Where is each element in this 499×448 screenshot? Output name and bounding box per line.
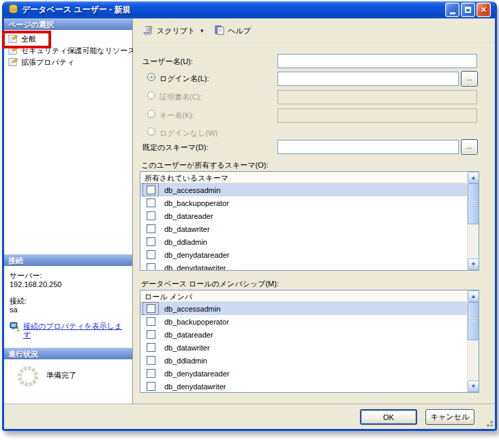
- database-icon: [8, 4, 18, 16]
- main-panel: スクリプト ▼ ヘルプ: [133, 18, 495, 404]
- scroll-up-icon[interactable]: ▲: [468, 172, 479, 183]
- role-membership-rows: db_accessadmin db_backupoperator db_data…: [140, 302, 467, 393]
- checkbox[interactable]: [147, 382, 155, 391]
- toolbar: スクリプト ▼ ヘルプ: [133, 18, 495, 44]
- list-item-label: db_denydatawriter: [158, 383, 226, 391]
- list-item-label: db_datawriter: [158, 225, 210, 233]
- maximize-button[interactable]: [461, 3, 475, 17]
- checkbox[interactable]: [147, 211, 155, 220]
- script-button[interactable]: スクリプト ▼: [140, 23, 209, 38]
- title-bar[interactable]: データベース ユーザー - 新規 ✕: [4, 1, 495, 18]
- checkbox[interactable]: [147, 330, 155, 339]
- scrollbar-thumb[interactable]: [468, 302, 479, 340]
- list-item[interactable]: db_ddladmin: [140, 235, 467, 248]
- key-name-radio: [147, 110, 155, 118]
- list-item-label: db_denydatawriter: [158, 264, 226, 271]
- user-name-label: ユーザー名(U):: [142, 57, 193, 67]
- list-item[interactable]: db_denydatareader: [140, 248, 467, 261]
- view-connection-properties-link[interactable]: 接続のプロパティを表示します: [23, 322, 128, 340]
- checkbox[interactable]: [147, 237, 155, 246]
- connection-section-header: 接続: [4, 254, 132, 266]
- checkbox[interactable]: [147, 250, 155, 259]
- ok-button[interactable]: OK: [360, 409, 417, 425]
- progress-section-header: 進行状況: [4, 348, 132, 359]
- certificate-input: [277, 90, 477, 104]
- list-item-label: db_denydatareader: [158, 370, 229, 378]
- checkbox[interactable]: [147, 263, 155, 271]
- list-item[interactable]: db_datawriter: [140, 341, 467, 354]
- checkbox[interactable]: [147, 224, 155, 233]
- checkbox[interactable]: [147, 356, 155, 365]
- default-schema-input[interactable]: [277, 140, 459, 154]
- default-schema-browse-button[interactable]: ...: [461, 139, 478, 155]
- owned-schemas-rows: db_accessadmin db_backupoperator db_data…: [140, 183, 467, 271]
- progress-area: 準備完了: [4, 359, 132, 404]
- dialog-window: データベース ユーザー - 新規 ✕ ページの選択: [2, 1, 497, 431]
- scrollbar-thumb[interactable]: [468, 183, 479, 224]
- list-item[interactable]: db_accessadmin: [140, 302, 467, 315]
- list-item[interactable]: db_backupoperator: [140, 315, 467, 328]
- scrollbar[interactable]: ▲ ▼: [467, 172, 479, 270]
- sidebar-item-extended-properties[interactable]: 拡張プロパティ: [6, 57, 130, 68]
- progress-status: 準備完了: [46, 366, 76, 380]
- sidebar-item-general[interactable]: 全般: [6, 33, 130, 45]
- owned-schemas-column-header: 所有されているスキーマ: [140, 172, 467, 183]
- sidebar-item-label: 全般: [21, 34, 36, 44]
- server-value: 192.168.20.250: [10, 280, 128, 289]
- list-item[interactable]: db_datawriter: [140, 222, 467, 235]
- sidebar-item-label: セキュリティ保護可能なリソース: [21, 46, 136, 56]
- list-item[interactable]: db_datareader: [140, 209, 467, 222]
- property-page-icon: [8, 46, 18, 57]
- list-item-label: db_ddladmin: [158, 357, 207, 365]
- cancel-button[interactable]: キャンセル: [425, 409, 474, 425]
- scroll-down-icon[interactable]: ▼: [468, 258, 479, 270]
- scrollbar[interactable]: ▲ ▼: [467, 290, 479, 392]
- list-item[interactable]: db_backupoperator: [140, 196, 467, 209]
- minimize-button[interactable]: [445, 3, 459, 17]
- screenshot-canvas: データベース ユーザー - 新規 ✕ ページの選択: [0, 0, 499, 448]
- list-item[interactable]: db_denydatawriter: [140, 380, 467, 393]
- script-icon: [142, 25, 154, 37]
- list-item[interactable]: db_denydatareader: [140, 367, 467, 380]
- checkbox[interactable]: [147, 317, 155, 326]
- checkbox[interactable]: [147, 369, 155, 378]
- login-name-radio[interactable]: [147, 73, 155, 81]
- pages-list: 全般 セキュリティ保護可能なリソース: [4, 30, 132, 254]
- list-item-label: db_denydatareader: [158, 251, 229, 259]
- without-login-label: ログインなし(W): [160, 128, 217, 138]
- help-button-label: ヘルプ: [228, 26, 251, 36]
- role-membership-label: データベース ロールのメンバシップ(M):: [141, 279, 279, 289]
- list-item-label: db_datareader: [158, 212, 213, 220]
- scroll-down-icon[interactable]: ▼: [468, 380, 479, 392]
- progress-spinner-icon: [18, 366, 38, 387]
- login-name-label: ログイン名(L):: [160, 74, 209, 84]
- resize-grip[interactable]: [484, 418, 493, 427]
- list-item[interactable]: db_datareader: [140, 328, 467, 341]
- login-browse-button[interactable]: ...: [461, 71, 478, 87]
- sidebar: ページの選択 全般: [4, 18, 133, 404]
- list-item-label: db_backupoperator: [158, 318, 229, 326]
- role-membership-column-header: ロール メンバ: [140, 290, 467, 302]
- checkbox[interactable]: [147, 198, 155, 207]
- list-item-label: db_datareader: [158, 331, 213, 339]
- list-item[interactable]: db_ddladmin: [140, 354, 467, 367]
- certificate-label: 証明書名(C):: [160, 92, 202, 102]
- owned-schemas-list: 所有されているスキーマ db_accessadmin db_backupoper…: [140, 171, 479, 271]
- scroll-up-icon[interactable]: ▲: [468, 290, 479, 302]
- connection-label: 接続:: [10, 297, 128, 305]
- checkbox[interactable]: [147, 343, 155, 352]
- user-name-input[interactable]: [277, 54, 477, 68]
- default-schema-label: 既定のスキーマ(D):: [142, 143, 208, 153]
- close-button[interactable]: ✕: [477, 3, 491, 17]
- help-button[interactable]: ヘルプ: [211, 23, 254, 38]
- list-item-label: db_datawriter: [158, 344, 210, 352]
- list-item-label: db_ddladmin: [158, 238, 207, 246]
- sidebar-item-securables[interactable]: セキュリティ保護可能なリソース: [6, 45, 130, 57]
- list-item-label: db_backupoperator: [158, 199, 229, 207]
- login-name-input[interactable]: [277, 72, 459, 86]
- checkbox[interactable]: [147, 304, 155, 313]
- list-item[interactable]: db_denydatawriter: [140, 261, 467, 271]
- list-item[interactable]: db_accessadmin: [140, 183, 467, 196]
- sidebar-item-label: 拡張プロパティ: [21, 57, 74, 68]
- checkbox[interactable]: [147, 185, 155, 194]
